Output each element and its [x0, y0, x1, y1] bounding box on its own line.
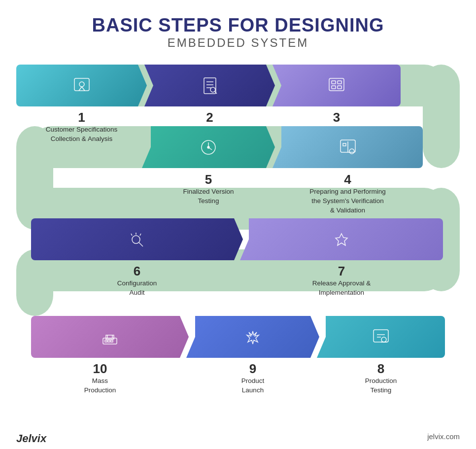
step9-icon [243, 327, 263, 347]
svg-rect-39 [105, 340, 107, 342]
step2-chevron [144, 65, 275, 106]
step4-label: Preparing and Performingthe System's Ver… [309, 187, 386, 215]
svg-point-36 [381, 337, 386, 342]
step4-chevron [272, 126, 423, 168]
step4-text: 4 Preparing and Performingthe System's V… [272, 172, 423, 215]
step2-icon [200, 76, 220, 96]
step3-number: 3 [333, 110, 340, 125]
step5-text: 5 Finalized VersionTesting [142, 172, 275, 206]
step10-chevron [31, 316, 189, 358]
step6-icon [127, 230, 147, 249]
svg-rect-18 [329, 78, 344, 91]
svg-rect-12 [204, 78, 216, 94]
step8-chevron [317, 316, 445, 358]
footer-url: jelvix.com [427, 432, 460, 445]
svg-rect-41 [111, 340, 113, 342]
step9-label: ProductLaunch [241, 377, 265, 395]
step6-chevron [31, 218, 243, 260]
svg-rect-40 [108, 340, 110, 342]
brand-name: Jelvix [16, 432, 46, 445]
step5-number: 5 [205, 172, 212, 187]
svg-point-26 [349, 149, 354, 154]
svg-line-32 [139, 242, 143, 246]
svg-rect-24 [343, 143, 346, 146]
footer: Jelvix jelvix.com [11, 432, 465, 445]
step10-text: 10 MassProduction [31, 361, 169, 395]
svg-point-31 [132, 236, 140, 243]
svg-point-30 [207, 146, 209, 148]
svg-line-11 [82, 87, 85, 91]
step7-icon [332, 230, 351, 249]
step1-number: 1 [78, 110, 85, 125]
step5-icon [199, 138, 218, 157]
step4-number: 4 [344, 172, 351, 187]
step3-icon [327, 76, 346, 96]
step5-chevron [142, 126, 275, 168]
svg-point-9 [79, 82, 84, 87]
title-bold: BASIC STEPS FOR DESIGNING [92, 15, 384, 36]
svg-line-10 [79, 87, 82, 91]
svg-rect-22 [338, 86, 341, 89]
svg-rect-21 [332, 86, 336, 89]
title-subtitle: EMBEDDED SYSTEM [92, 36, 384, 50]
step5-label: Finalized VersionTesting [183, 187, 234, 206]
step7-label: Release Approval &Implementation [312, 279, 371, 298]
diagram-container: 1 Customer SpecificationsCollection & An… [11, 65, 465, 424]
step6-label: ConfigurationAudit [117, 279, 157, 298]
svg-rect-8 [74, 78, 89, 91]
step9-text: 9 ProductLaunch [186, 361, 319, 395]
step6-number: 6 [134, 264, 140, 279]
step9-chevron [186, 316, 319, 358]
content-layer: 1 Customer SpecificationsCollection & An… [11, 65, 465, 424]
svg-rect-19 [332, 81, 336, 84]
svg-rect-20 [338, 81, 341, 84]
step1-icon [72, 76, 92, 96]
svg-point-16 [210, 87, 215, 92]
step9-number: 9 [249, 361, 256, 377]
step7-chevron [240, 218, 443, 260]
step10-label: MassProduction [84, 377, 116, 395]
step2-number: 2 [206, 110, 213, 125]
step3-chevron [272, 65, 401, 106]
step8-text: 8 ProductionTesting [317, 361, 445, 395]
step4-icon [338, 138, 358, 157]
page-title: BASIC STEPS FOR DESIGNING EMBEDDED SYSTE… [92, 15, 384, 50]
step8-label: ProductionTesting [365, 377, 397, 395]
step8-icon [371, 327, 391, 347]
step7-text: 7 Release Approval &Implementation [240, 264, 443, 298]
step7-number: 7 [338, 264, 345, 279]
step1-chevron [16, 65, 147, 106]
step6-text: 6 ConfigurationAudit [31, 264, 243, 298]
step10-icon [100, 327, 120, 347]
step10-number: 10 [93, 361, 107, 377]
step8-number: 8 [377, 361, 384, 377]
step1-text: 1 Customer SpecificationsCollection & An… [16, 110, 147, 144]
step1-label: Customer SpecificationsCollection & Anal… [46, 125, 118, 144]
